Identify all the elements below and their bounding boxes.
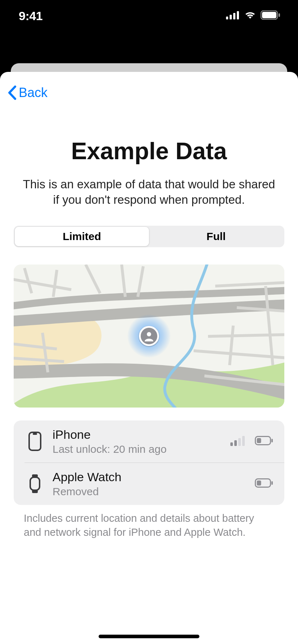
svg-rect-10: [33, 433, 37, 435]
battery-low-icon: [255, 436, 274, 447]
title-block: Example Data This is an example of data …: [0, 109, 298, 208]
battery-low-icon: [255, 478, 274, 489]
sheet: Back Example Data This is an example of …: [0, 72, 298, 644]
segment-limited[interactable]: Limited: [15, 227, 149, 246]
svg-rect-2: [233, 13, 235, 19]
svg-rect-17: [271, 439, 273, 442]
svg-rect-12: [234, 440, 237, 446]
svg-point-8: [147, 332, 151, 336]
segment-full[interactable]: Full: [149, 227, 283, 246]
status-icons: [226, 10, 281, 21]
chevron-left-icon: [7, 86, 17, 100]
device-name: iPhone: [53, 428, 230, 442]
device-subtext: Last unlock: 20 min ago: [53, 443, 230, 455]
svg-rect-9: [29, 432, 41, 450]
signal-icon: [230, 435, 246, 447]
svg-rect-0: [226, 17, 228, 19]
back-button[interactable]: Back: [7, 85, 48, 100]
nav-bar: Back: [0, 77, 298, 109]
footnote: Includes current location and details ab…: [24, 511, 274, 539]
cellular-icon: [226, 11, 240, 21]
svg-rect-23: [271, 481, 273, 485]
back-label: Back: [19, 85, 48, 100]
iphone-icon: [24, 432, 45, 451]
device-name: Apple Watch: [53, 470, 255, 484]
device-subtext: Removed: [53, 486, 255, 498]
svg-rect-13: [238, 438, 241, 446]
page-subtitle: This is an example of data that would be…: [20, 177, 278, 208]
svg-rect-1: [230, 15, 232, 19]
battery-icon: [261, 10, 281, 21]
svg-rect-3: [237, 11, 239, 19]
device-list: iPhone Last unlock: 20 min ago: [14, 420, 284, 505]
applewatch-icon: [24, 474, 45, 494]
person-icon: [144, 331, 154, 341]
status-time: 9:41: [19, 9, 42, 23]
map-preview: [14, 264, 284, 408]
list-item: Apple Watch Removed: [24, 463, 284, 505]
svg-rect-16: [257, 438, 261, 443]
page-title: Example Data: [20, 137, 278, 165]
list-item: iPhone Last unlock: 20 min ago: [24, 420, 284, 463]
svg-rect-5: [262, 12, 276, 18]
svg-rect-6: [279, 13, 280, 17]
wifi-icon: [244, 11, 256, 21]
segmented-control[interactable]: Limited Full: [14, 226, 284, 247]
svg-rect-20: [30, 477, 40, 490]
statusbar: 9:41: [0, 0, 298, 32]
svg-rect-11: [230, 442, 233, 446]
home-indicator[interactable]: [99, 635, 199, 638]
user-location-pin: [139, 326, 159, 346]
svg-rect-14: [242, 436, 245, 446]
svg-rect-22: [257, 480, 261, 486]
